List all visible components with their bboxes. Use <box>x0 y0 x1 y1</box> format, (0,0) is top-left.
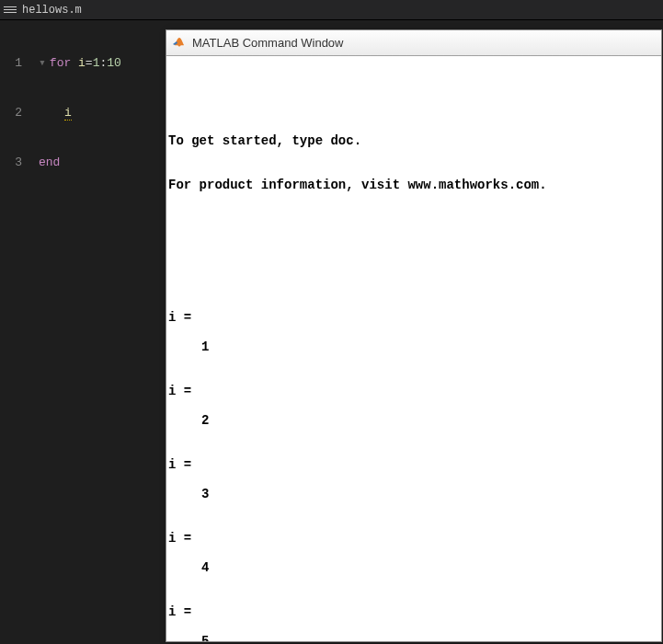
editor-tab[interactable]: hellows.m <box>0 0 663 20</box>
output-value: 3 <box>168 487 659 501</box>
command-window-titlebar[interactable]: MATLAB Command Window <box>166 30 661 56</box>
output-var-label: i = <box>168 604 659 619</box>
line-number: 1 <box>0 55 22 72</box>
line-number: 2 <box>0 105 22 121</box>
output-value: 2 <box>168 413 659 428</box>
output-value: 1 <box>168 339 659 354</box>
hamburger-icon <box>4 6 17 13</box>
matlab-icon <box>172 36 187 51</box>
matlab-command-window[interactable]: MATLAB Command Window To get started, ty… <box>166 29 662 642</box>
line-gutter: 1 2 3 <box>0 20 29 644</box>
output-var-label: i = <box>168 531 659 546</box>
fold-caret-icon[interactable]: ▾ <box>39 56 46 70</box>
intro-text: For product information, visit www.mathw… <box>168 178 659 192</box>
file-name: hellows.m <box>22 4 82 17</box>
command-window-title: MATLAB Command Window <box>192 36 343 50</box>
intro-text: To get started, type doc. <box>168 133 659 148</box>
output-value: 5 <box>168 634 659 641</box>
output-var-label: i = <box>168 310 659 325</box>
output-value: 4 <box>168 560 659 575</box>
output-var-label: i = <box>168 384 659 398</box>
command-window-output[interactable]: To get started, type doc. For product in… <box>166 56 661 641</box>
line-number: 3 <box>0 155 22 171</box>
output-var-label: i = <box>168 457 659 472</box>
